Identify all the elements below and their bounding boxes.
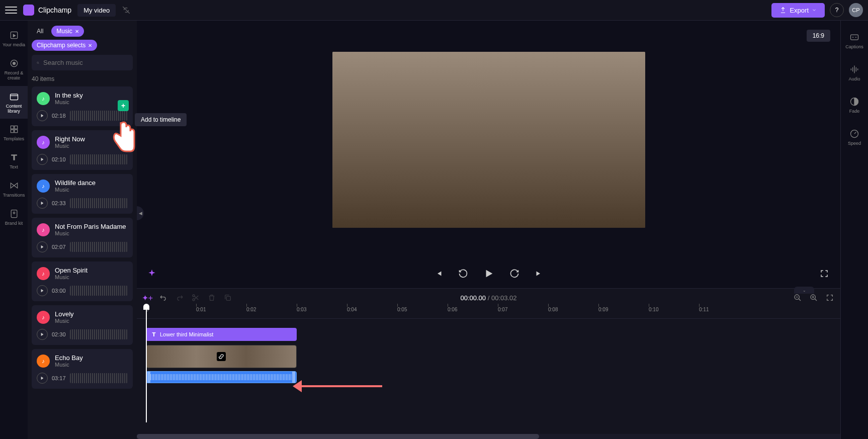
ruler-tick: 0:02 bbox=[246, 307, 256, 312]
video-title-input[interactable]: My video bbox=[77, 4, 116, 17]
ruler-tick: 0:03 bbox=[297, 307, 306, 312]
music-category: Music bbox=[55, 143, 85, 149]
audio-clip[interactable] bbox=[146, 371, 297, 383]
nav-templates[interactable]: Templates bbox=[0, 119, 28, 147]
forward-button[interactable] bbox=[508, 268, 520, 280]
transitions-icon bbox=[9, 180, 20, 191]
music-item[interactable]: ♪ Not From Paris Madame Music 02:07 bbox=[32, 218, 133, 257]
svg-point-2 bbox=[13, 62, 15, 64]
music-title: Wildlife dance bbox=[55, 179, 96, 187]
rnav-audio[interactable]: Audio bbox=[841, 57, 868, 89]
search-input[interactable] bbox=[43, 59, 128, 66]
preview-video[interactable] bbox=[332, 52, 645, 228]
waveform-preview bbox=[70, 373, 128, 383]
tooltip: Add to timeline bbox=[135, 113, 187, 126]
scrollbar-thumb[interactable] bbox=[137, 434, 539, 439]
text-clip[interactable]: Lower third Minimalist bbox=[146, 328, 297, 341]
export-button[interactable]: Export bbox=[771, 3, 825, 18]
logo-icon bbox=[23, 5, 34, 16]
ruler-tick: 0:04 bbox=[347, 307, 357, 312]
clip-handle-left[interactable] bbox=[147, 372, 150, 383]
play-preview-button[interactable] bbox=[37, 198, 48, 209]
skip-back-button[interactable] bbox=[433, 268, 445, 280]
filter-chip-all[interactable]: All bbox=[32, 26, 48, 37]
preview-area: 16:9 bbox=[137, 21, 840, 259]
right-sidebar: CaptionsAudioFadeSpeed bbox=[840, 21, 868, 439]
music-item[interactable]: ♪ Lovely Music 02:30 bbox=[32, 305, 133, 345]
aspect-ratio-button[interactable]: 16:9 bbox=[807, 30, 830, 42]
music-note-icon: ♪ bbox=[37, 92, 50, 105]
play-preview-button[interactable] bbox=[37, 154, 48, 165]
video-clip[interactable] bbox=[146, 345, 297, 368]
rewind-button[interactable] bbox=[457, 268, 469, 280]
skip-forward-button[interactable] bbox=[533, 268, 545, 280]
waveform-preview bbox=[70, 154, 128, 164]
search-box[interactable] bbox=[32, 55, 133, 70]
pointer-hand-annotation bbox=[108, 118, 138, 156]
svg-rect-4 bbox=[11, 126, 14, 129]
svg-rect-5 bbox=[14, 126, 17, 129]
export-label: Export bbox=[790, 7, 809, 14]
zoom-fit-button[interactable] bbox=[825, 293, 834, 302]
nav-library[interactable]: Content library bbox=[0, 86, 28, 119]
copy-button[interactable] bbox=[223, 293, 232, 302]
timecode: 00:00.00 / 00:03.02 bbox=[460, 294, 516, 302]
delete-button[interactable] bbox=[207, 293, 216, 302]
horizontal-scrollbar[interactable] bbox=[137, 434, 840, 439]
zoom-in-button[interactable] bbox=[809, 293, 818, 302]
add-to-timeline-button[interactable]: + bbox=[118, 100, 129, 111]
music-title: Open Spirit bbox=[55, 267, 88, 274]
rnav-speed[interactable]: Speed bbox=[841, 121, 868, 153]
nav-transitions[interactable]: Transitions bbox=[0, 175, 28, 203]
ruler-tick: 0:08 bbox=[548, 307, 558, 312]
help-button[interactable]: ? bbox=[830, 3, 844, 17]
ruler[interactable]: 00:010:020:030:040:050:060:070:080:090:1… bbox=[137, 307, 840, 319]
play-preview-button[interactable] bbox=[37, 285, 48, 296]
filter-chip-selects[interactable]: Clipchamp selects ✕ bbox=[32, 40, 97, 51]
nav-text[interactable]: Text bbox=[0, 147, 28, 175]
music-item[interactable]: ♪ Wildlife dance Music 02:33 bbox=[32, 174, 133, 214]
upload-icon bbox=[779, 7, 787, 14]
tracks-area[interactable]: Lower third Minimalist bbox=[137, 319, 840, 434]
play-preview-button[interactable] bbox=[37, 110, 48, 121]
player-controls bbox=[137, 259, 840, 288]
hamburger-menu[interactable] bbox=[5, 4, 17, 16]
ruler-tick: 0:06 bbox=[448, 307, 457, 312]
music-note-icon: ♪ bbox=[37, 223, 50, 236]
rnav-fade[interactable]: Fade bbox=[841, 89, 868, 121]
filter-chip-music[interactable]: Music ✕ bbox=[51, 26, 83, 37]
nav-brand[interactable]: Brand kit bbox=[0, 203, 28, 231]
nav-record[interactable]: Record & create bbox=[0, 53, 28, 86]
fullscreen-button[interactable] bbox=[818, 268, 830, 280]
zoom-out-button[interactable] bbox=[793, 293, 802, 302]
rnav-captions[interactable]: Captions bbox=[841, 25, 868, 57]
play-preview-button[interactable] bbox=[37, 241, 48, 252]
music-duration: 02:30 bbox=[52, 331, 66, 337]
user-avatar[interactable]: CP bbox=[849, 3, 863, 17]
ruler-tick: 0:05 bbox=[397, 307, 407, 312]
play-preview-button[interactable] bbox=[37, 329, 48, 340]
redo-button[interactable] bbox=[175, 293, 184, 302]
nav-media[interactable]: Your media bbox=[0, 25, 28, 53]
split-button[interactable] bbox=[191, 293, 200, 302]
svg-point-11 bbox=[193, 295, 195, 297]
music-category: Music bbox=[55, 318, 74, 324]
ai-sparkle-icon[interactable] bbox=[147, 269, 157, 279]
play-preview-button[interactable] bbox=[37, 373, 48, 384]
music-note-icon: ♪ bbox=[37, 267, 50, 280]
close-icon[interactable]: ✕ bbox=[88, 43, 92, 48]
play-button[interactable] bbox=[481, 266, 496, 281]
music-item[interactable]: ♪ Open Spirit Music 03:00 bbox=[32, 261, 133, 301]
items-count: 40 items bbox=[32, 75, 133, 82]
music-title: Lovely bbox=[55, 310, 74, 318]
app-logo[interactable]: Clipchamp bbox=[23, 5, 71, 16]
add-button[interactable]: ✦+ bbox=[143, 293, 152, 302]
close-icon[interactable]: ✕ bbox=[75, 29, 79, 34]
music-item[interactable]: ♪ Echo Bay Music 03:17 bbox=[32, 349, 133, 389]
playhead[interactable] bbox=[146, 307, 147, 422]
svg-point-9 bbox=[13, 212, 15, 214]
media-icon bbox=[9, 30, 20, 41]
music-title: In the sky bbox=[55, 92, 83, 99]
undo-button[interactable] bbox=[159, 293, 168, 302]
ruler-tick: 0:01 bbox=[196, 307, 206, 312]
